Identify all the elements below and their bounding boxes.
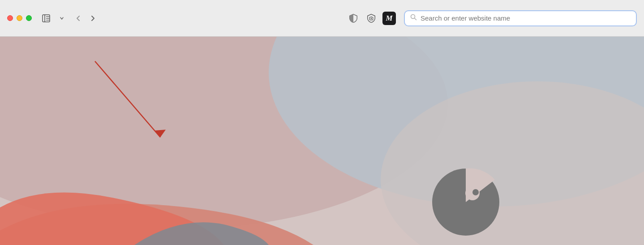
page-content: [0, 37, 644, 245]
back-button[interactable]: [72, 12, 85, 25]
chevron-down-icon: [60, 16, 64, 21]
back-arrow-icon: [75, 15, 82, 22]
privacy-shield-icon: [348, 13, 358, 23]
minimize-button[interactable]: [17, 15, 22, 21]
search-input[interactable]: [421, 14, 631, 22]
svg-point-16: [472, 189, 479, 195]
forward-arrow-icon: [89, 15, 96, 22]
m-extension-button[interactable]: M: [382, 12, 396, 25]
privacy-shield-button[interactable]: [347, 12, 360, 25]
navigation-arrows: [72, 12, 99, 25]
svg-point-6: [371, 18, 372, 19]
maximize-button[interactable]: [26, 15, 32, 21]
close-button[interactable]: [7, 15, 13, 21]
search-bar[interactable]: [404, 10, 637, 26]
tab-dropdown-button[interactable]: [57, 13, 67, 23]
magnifying-glass-icon: [410, 14, 417, 21]
bitwarden-button[interactable]: [365, 12, 378, 25]
svg-line-9: [415, 18, 416, 20]
sidebar-icon: [42, 14, 50, 22]
m-icon: M: [386, 14, 392, 22]
bitwarden-icon: [366, 13, 376, 23]
extension-icons: M: [347, 12, 396, 25]
forward-button[interactable]: [86, 12, 99, 25]
sidebar-toggle-button[interactable]: [39, 11, 53, 25]
search-icon: [410, 14, 417, 22]
browser-toolbar: M: [0, 0, 644, 37]
wallpaper: [0, 37, 644, 245]
traffic-lights: [7, 15, 32, 21]
